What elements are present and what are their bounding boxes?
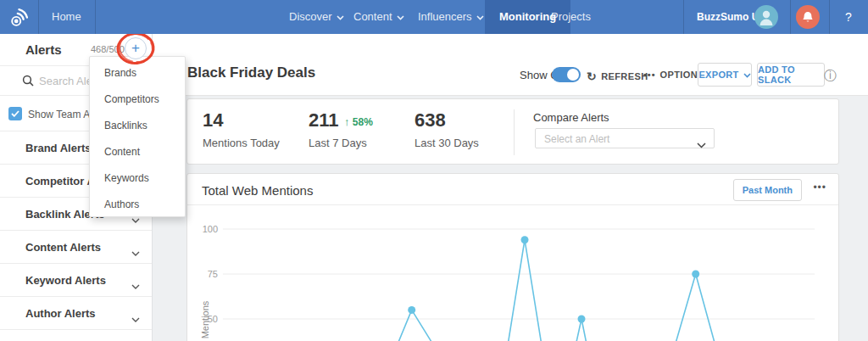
nav-item-content[interactable]: Content	[353, 0, 404, 34]
nav-divider	[38, 0, 39, 34]
svg-text:75: 75	[208, 269, 218, 279]
stat-value-7days: 211	[309, 109, 339, 131]
nav-item-label: Content	[353, 10, 392, 23]
chart-options-dots-icon[interactable]: •••	[813, 182, 826, 193]
chevron-down-icon	[337, 10, 344, 23]
nav-item-label: Projects	[551, 10, 591, 23]
refresh-label: REFRESH	[601, 71, 648, 81]
stat-value-today: 14	[203, 109, 223, 131]
sidebar-item-label: Author Alerts	[25, 307, 96, 320]
menu-item-authors[interactable]: Authors	[90, 192, 185, 218]
select-placeholder: Select an Alert	[544, 133, 609, 145]
options-button[interactable]: ••• OPTIONS	[643, 70, 704, 80]
stat-delta-7days: ↑ 58%	[344, 115, 373, 128]
compare-alerts-select[interactable]: Select an Alert	[535, 128, 715, 148]
nav-item-label: Monitoring	[499, 10, 556, 23]
team-alerts-checkbox[interactable]	[8, 107, 22, 120]
nav-item-projects[interactable]: Projects	[551, 0, 591, 34]
mentions-line-series	[223, 240, 815, 341]
toggle-knob	[567, 69, 579, 81]
notifications-bell-button[interactable]	[796, 5, 820, 29]
chevron-down-icon	[476, 10, 484, 23]
up-arrow-icon: ↑	[344, 115, 350, 128]
sidebar-item-label: Content Alerts	[25, 241, 101, 254]
top-nav: Home Discover Content Influencers Monito…	[0, 0, 868, 34]
page-title: Black Friday Deals	[187, 64, 315, 81]
nav-item-label: Home	[52, 10, 81, 23]
options-dots-icon: •••	[643, 70, 656, 80]
nav-divider	[683, 0, 684, 34]
menu-item-brands[interactable]: Brands	[90, 60, 185, 87]
nav-item-label: Discover	[289, 10, 332, 23]
compare-alerts-label: Compare Alerts	[533, 111, 609, 124]
data-point-marker	[692, 271, 699, 278]
stat-label-7days: Last 7 Days	[309, 137, 367, 149]
svg-text:100: 100	[203, 224, 218, 234]
nav-item-home[interactable]: Home	[52, 0, 81, 34]
chevron-down-icon	[743, 70, 751, 80]
user-avatar[interactable]	[754, 5, 778, 29]
mentions-stats-card: 14 Mentions Today 211 ↑ 58% Last 7 Days …	[186, 98, 839, 165]
nav-item-label: Influencers	[418, 10, 472, 23]
chevron-down-icon	[131, 310, 140, 326]
nav-divider	[95, 0, 96, 34]
nav-divider	[829, 0, 830, 34]
menu-item-competitors[interactable]: Competitors	[90, 87, 185, 113]
app-window: Home Discover Content Influencers Monito…	[0, 0, 868, 341]
sidebar-title: Alerts	[25, 42, 62, 57]
data-point-marker	[408, 306, 415, 314]
chevron-down-icon	[697, 137, 706, 152]
data-point-marker	[578, 316, 586, 323]
checkmark-icon	[11, 110, 19, 117]
sidebar-item-author-alerts[interactable]: Author Alerts	[0, 297, 152, 330]
chevron-down-icon	[397, 10, 404, 23]
menu-item-backlinks[interactable]: Backlinks	[90, 113, 185, 139]
menu-item-content[interactable]: Content	[90, 139, 185, 165]
nav-item-discover[interactable]: Discover	[289, 0, 344, 34]
sidebar-item-content-alerts[interactable]: Content Alerts	[0, 231, 152, 264]
chevron-down-icon	[131, 244, 140, 260]
mentions-chart: 1007550Mentions	[187, 205, 840, 341]
nav-item-influencers[interactable]: Influencers	[418, 0, 484, 34]
add-alert-menu: Brands Competitors Backlinks Content Key…	[89, 56, 186, 217]
refresh-button[interactable]: ↻ REFRESH	[587, 70, 648, 83]
menu-item-keywords[interactable]: Keywords	[90, 165, 185, 192]
sidebar-item-label: Brand Alerts	[25, 142, 92, 154]
alert-header-bar: Black Friday Deals Show Chart ↻ REFRESH …	[153, 34, 868, 96]
info-icon[interactable]: ⓘ	[824, 68, 837, 84]
export-label: EXPORT	[698, 70, 738, 80]
stats-divider	[514, 109, 515, 155]
help-button[interactable]: ?	[845, 0, 852, 34]
add-to-slack-button[interactable]: ADD TO SLACK	[757, 63, 825, 87]
add-alert-button[interactable]: +	[125, 37, 147, 59]
alerts-quota: 468/500	[91, 44, 125, 54]
period-button[interactable]: Past Month	[733, 179, 802, 201]
nav-divider	[790, 0, 791, 34]
stat-label-30days: Last 30 Days	[415, 137, 479, 149]
chart-title: Total Web Mentions	[202, 183, 313, 198]
person-icon	[754, 5, 778, 29]
refresh-icon: ↻	[587, 70, 597, 83]
sidebar-item-keyword-alerts[interactable]: Keyword Alerts	[0, 264, 152, 297]
sidebar-item-label: Keyword Alerts	[25, 274, 106, 287]
bell-icon	[802, 11, 814, 24]
search-icon	[22, 75, 34, 87]
add-to-slack-label: ADD TO SLACK	[758, 64, 824, 85]
data-point-marker	[521, 236, 529, 243]
stat-delta-value: 58%	[353, 116, 373, 128]
show-chart-toggle[interactable]	[552, 67, 581, 82]
chevron-down-icon	[131, 277, 140, 293]
stat-label-today: Mentions Today	[203, 137, 280, 149]
export-button[interactable]: EXPORT	[698, 63, 752, 87]
total-web-mentions-card: Total Web Mentions Past Month ••• 100755…	[186, 173, 839, 341]
chart-ylabel: Mentions	[200, 300, 210, 338]
stat-value-30days: 638	[415, 109, 446, 131]
buzzsumo-logo[interactable]	[0, 0, 38, 34]
buzzsumo-logo-icon	[8, 6, 31, 28]
chart-card-header: Total Web Mentions Past Month •••	[187, 174, 838, 205]
